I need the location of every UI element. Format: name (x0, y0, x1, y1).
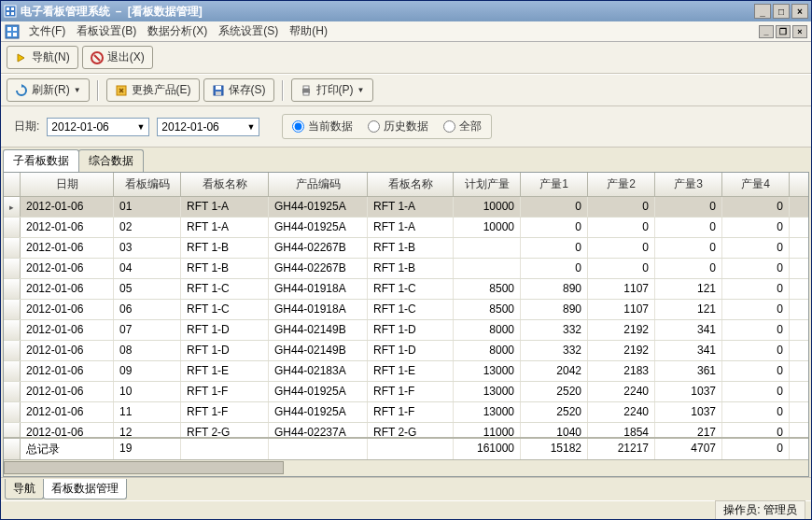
cell[interactable]: 332 (521, 320, 588, 340)
cell[interactable]: GH44-02149B (269, 341, 368, 360)
cell[interactable]: 2012-01-06 (21, 238, 114, 258)
cell[interactable]: 0 (722, 197, 790, 217)
cell[interactable]: GH44-02267B (269, 238, 368, 258)
cell[interactable]: 1107 (588, 279, 655, 299)
cell[interactable]: GH44-02183A (269, 361, 368, 381)
cell[interactable]: RFT 1-D (368, 320, 454, 340)
cell[interactable]: RFT 2-G (181, 423, 269, 437)
col-board-code[interactable]: 看板编码 (114, 173, 181, 196)
cell[interactable]: RFT 1-F (368, 382, 454, 401)
menu-help[interactable]: 帮助(H) (284, 21, 333, 41)
cell[interactable]: 04 (114, 259, 181, 278)
radio-history[interactable]: 历史数据 (368, 119, 428, 134)
cell[interactable]: 03 (114, 238, 181, 258)
cell[interactable]: 0 (655, 238, 722, 258)
table-row[interactable]: 2012-01-0611RFT 1-FGH44-01925ARFT 1-F130… (4, 402, 808, 423)
date-to-input[interactable]: 2012-01-06 ▼ (157, 118, 259, 136)
table-row[interactable]: 2012-01-0608RFT 1-DGH44-02149BRFT 1-D800… (4, 341, 808, 361)
col-date[interactable]: 日期 (21, 173, 114, 196)
cell[interactable]: RFT 1-B (368, 238, 454, 258)
cell[interactable]: GH44-02237A (269, 423, 368, 437)
cell[interactable]: 2012-01-06 (21, 279, 114, 299)
cell[interactable]: RFT 1-B (368, 259, 454, 278)
cell[interactable]: 361 (655, 361, 722, 381)
cell[interactable]: 12 (114, 423, 181, 437)
cell[interactable]: RFT 1-C (181, 279, 269, 299)
cell[interactable]: RFT 1-B (181, 238, 269, 258)
mdi-minimize-button[interactable]: _ (759, 25, 774, 38)
maximize-button[interactable]: □ (773, 4, 790, 19)
table-row[interactable]: ▸2012-01-0601RFT 1-AGH44-01925ARFT 1-A10… (4, 197, 808, 218)
menu-file[interactable]: 文件(F) (23, 21, 71, 41)
cell[interactable]: 01 (114, 197, 181, 217)
cell[interactable]: 10000 (454, 197, 521, 217)
cell[interactable]: RFT 1-C (368, 279, 454, 299)
refresh-button[interactable]: 刷新(R) ▼ (7, 78, 90, 102)
cell[interactable]: 0 (655, 197, 722, 217)
cell[interactable]: 0 (722, 238, 790, 258)
table-row[interactable]: 2012-01-0609RFT 1-EGH44-02183ARFT 1-E130… (4, 361, 808, 382)
table-row[interactable]: 2012-01-0606RFT 1-CGH44-01918ARFT 1-C850… (4, 300, 808, 320)
col-plan-qty[interactable]: 计划产量 (454, 173, 521, 196)
cell[interactable]: 1107 (588, 300, 655, 319)
cell[interactable]: 1040 (521, 423, 588, 437)
cell[interactable]: 2012-01-06 (21, 259, 114, 278)
cell[interactable]: 0 (521, 218, 588, 237)
cell[interactable]: 2240 (588, 382, 655, 401)
table-row[interactable]: 2012-01-0603RFT 1-BGH44-02267BRFT 1-B000… (4, 238, 808, 259)
col-product-code[interactable]: 产品编码 (269, 173, 368, 196)
cell[interactable]: 11000 (454, 423, 521, 437)
cell[interactable]: GH44-01925A (269, 382, 368, 401)
cell[interactable]: 121 (655, 279, 722, 299)
cell[interactable]: 2192 (588, 320, 655, 340)
cell[interactable]: RFT 1-A (368, 218, 454, 237)
print-button[interactable]: 打印(P) ▼ (291, 78, 373, 102)
cell[interactable]: 02 (114, 218, 181, 237)
cell[interactable]: 0 (722, 361, 790, 381)
cell[interactable]: 8000 (454, 320, 521, 340)
cell[interactable]: 0 (722, 279, 790, 299)
table-row[interactable]: 2012-01-0607RFT 1-DGH44-02149BRFT 1-D800… (4, 320, 808, 341)
cell[interactable]: 09 (114, 361, 181, 381)
cell[interactable]: 0 (655, 218, 722, 237)
cell[interactable]: RFT 1-D (368, 341, 454, 360)
col-qty1[interactable]: 产量1 (521, 173, 588, 196)
cell[interactable]: 10000 (454, 218, 521, 237)
radio-current-input[interactable] (292, 120, 304, 133)
col-board-name[interactable]: 看板名称 (181, 173, 269, 196)
horizontal-scrollbar[interactable] (4, 459, 808, 476)
cell[interactable]: 217 (655, 423, 722, 437)
cell[interactable]: 0 (722, 320, 790, 340)
radio-history-input[interactable] (368, 120, 380, 133)
nav-button[interactable]: 导航(N) (7, 46, 78, 69)
cell[interactable]: RFT 1-E (368, 361, 454, 381)
cell[interactable]: 06 (114, 300, 181, 319)
cell[interactable]: 0 (655, 259, 722, 278)
radio-all-input[interactable] (443, 120, 455, 133)
cell[interactable]: 121 (655, 300, 722, 319)
cell[interactable]: 341 (655, 341, 722, 360)
change-product-button[interactable]: 更换产品(E) (106, 78, 200, 102)
cell[interactable]: 0 (521, 197, 588, 217)
cell[interactable]: 2012-01-06 (21, 218, 114, 237)
cell[interactable]: 05 (114, 279, 181, 299)
cell[interactable]: GH44-02267B (269, 259, 368, 278)
table-row[interactable]: 2012-01-0602RFT 1-AGH44-01925ARFT 1-A100… (4, 218, 808, 238)
tab-sub-board[interactable]: 子看板数据 (3, 149, 79, 172)
exit-button[interactable]: 退出(X) (82, 46, 153, 69)
cell[interactable]: 1037 (655, 402, 722, 422)
cell[interactable]: 13000 (454, 361, 521, 381)
grid-body[interactable]: ▸2012-01-0601RFT 1-AGH44-01925ARFT 1-A10… (4, 197, 808, 437)
cell[interactable]: 2520 (521, 382, 588, 401)
cell[interactable] (454, 238, 521, 258)
cell[interactable]: 13000 (454, 402, 521, 422)
col-qty4[interactable]: 产量4 (722, 173, 790, 196)
cell[interactable]: 2012-01-06 (21, 382, 114, 401)
cell[interactable]: 07 (114, 320, 181, 340)
cell[interactable]: 0 (722, 382, 790, 401)
cell[interactable]: GH44-01925A (269, 218, 368, 237)
cell[interactable]: 2012-01-06 (21, 423, 114, 437)
cell[interactable]: GH44-01918A (269, 300, 368, 319)
date-from-input[interactable]: 2012-01-06 ▼ (47, 118, 149, 136)
cell[interactable]: 2240 (588, 402, 655, 422)
